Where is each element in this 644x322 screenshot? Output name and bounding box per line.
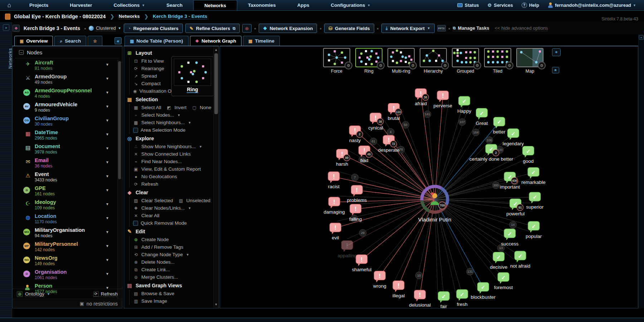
chevron-down-icon[interactable]: ▼ bbox=[106, 91, 109, 94]
sidebar-item-datetime[interactable]: ▦DateTime2965 nodes▼ bbox=[13, 130, 117, 143]
graph-node-appalling[interactable]: !appalling bbox=[337, 241, 357, 258]
user-menu[interactable]: fernandoh@sintelix.com@azuread▼ bbox=[543, 3, 640, 8]
ring-layout-preview[interactable]: Ring bbox=[171, 56, 214, 96]
section-clear[interactable]: ◆Clear bbox=[126, 190, 211, 195]
tab-node-table[interactable]: ▦ Node Table (Person) bbox=[125, 36, 189, 46]
graph-node-superior[interactable]: ✓superior bbox=[526, 192, 544, 210]
layout-option-hierarchy[interactable]: ⚙ bbox=[420, 48, 447, 67]
section-saved-graph-views[interactable]: ▤Saved Graph Views bbox=[126, 283, 211, 288]
create-link-item[interactable]: ⧉Create Link... bbox=[133, 266, 211, 273]
sidebar-item-ideology[interactable]: ☪Ideology109 nodes▼ bbox=[13, 199, 117, 213]
regenerate-clusters-button[interactable]: ◔ Regenerate Clusters bbox=[124, 24, 183, 33]
manage-tasks-link[interactable]: ⧉ Manage Tasks bbox=[453, 25, 489, 31]
select-nodes-item[interactable]: ▫Select Nodes...▼ bbox=[133, 111, 211, 119]
spread-item[interactable]: ↗Spread bbox=[133, 72, 171, 80]
no-geolocations-item[interactable]: ●No Geolocations bbox=[133, 173, 211, 180]
area-selection-mode-checkbox[interactable]: Area Selection Mode bbox=[133, 126, 211, 134]
graph-node-remarkable[interactable]: ✓remarkable bbox=[521, 167, 546, 185]
layout-option-grouped[interactable]: ⚙ bbox=[452, 48, 479, 67]
chevron-down-icon[interactable]: ▼ bbox=[106, 146, 109, 150]
breadcrumb-root[interactable]: Global Eye - Kerch Bridge - 08022024 bbox=[14, 14, 106, 19]
gear-icon[interactable]: ⚙ bbox=[409, 62, 417, 69]
chevron-down-icon[interactable]: ▼ bbox=[106, 160, 109, 164]
graph-node-wrong[interactable]: !wrong bbox=[373, 271, 386, 289]
network-graph-canvas[interactable]: 1415046178637252910107164106120390300141… bbox=[220, 46, 638, 308]
gear-icon[interactable]: ⚙ bbox=[377, 62, 385, 69]
clear-nodes-links-item[interactable]: ❖Clear Nodes/Links...▼ bbox=[133, 204, 211, 212]
help-menu[interactable]: ?Help bbox=[517, 3, 543, 8]
chevron-down-icon[interactable]: ▼ bbox=[106, 244, 109, 248]
network-export-button[interactable]: ⤓ Network Export ▼ bbox=[381, 24, 435, 33]
nav-item-networks[interactable]: Networks bbox=[193, 0, 237, 10]
checkbox-icon[interactable] bbox=[133, 221, 138, 226]
graph-node-decisive[interactable]: ✓decisive bbox=[490, 252, 507, 270]
sidebar-item-document[interactable]: ▤Document3978 nodes▼ bbox=[13, 143, 117, 157]
none-item[interactable]: ▢None bbox=[191, 104, 211, 111]
chevron-down-icon[interactable]: ▼ bbox=[106, 77, 109, 80]
graph-node-afraid[interactable]: !38afraid bbox=[415, 89, 429, 106]
nav-item-harvester[interactable]: Harvester bbox=[59, 0, 103, 10]
graph-node-perverse[interactable]: !perverse bbox=[433, 91, 452, 108]
graph-node-fair[interactable]: ✓fair bbox=[438, 292, 449, 308]
graph-node-foremost[interactable]: ✓foremost bbox=[494, 273, 513, 290]
browse-save-item[interactable]: ▤Browse & Save bbox=[133, 290, 211, 297]
checkbox-icon[interactable] bbox=[133, 128, 138, 133]
chevron-down-icon[interactable]: ▼ bbox=[106, 258, 109, 262]
gear-icon[interactable]: ⚙ bbox=[538, 62, 546, 69]
refresh-nodes-button[interactable]: ⟳ Refresh bbox=[93, 291, 118, 297]
graph-node-racist[interactable]: !racist bbox=[328, 172, 340, 189]
graph-node-great[interactable]: ✓Great bbox=[476, 108, 488, 126]
collapse-section-icon[interactable]: – bbox=[19, 50, 24, 55]
gear-icon[interactable]: ⚙ bbox=[441, 62, 449, 69]
change-node-type-item[interactable]: ⟲Change Node Type▼ bbox=[133, 251, 211, 258]
nav-item-collections[interactable]: Collections▼ bbox=[103, 0, 156, 10]
nav-item-configurations[interactable]: Configurations▼ bbox=[320, 0, 381, 10]
section-explore[interactable]: ◎Explore bbox=[126, 136, 211, 141]
graph-node-damaging[interactable]: !damaging bbox=[323, 197, 345, 215]
graph-node-not-afraid[interactable]: ✓not afraid bbox=[510, 251, 530, 269]
refresh-item[interactable]: ⟳Refresh bbox=[133, 180, 211, 188]
show-more-neighbours-item[interactable]: ∴Show More Neighbours...▼ bbox=[133, 143, 211, 150]
tool-panel-scrollbar[interactable]: ▲ ▼ bbox=[213, 46, 219, 308]
create-node-item[interactable]: ⊕Create Node bbox=[133, 236, 211, 243]
tab-timeline[interactable]: ▦ Timeline bbox=[243, 36, 280, 46]
sidebar-item-location[interactable]: ◍Location1170 nodes▼ bbox=[13, 213, 117, 227]
network-expansion-button[interactable]: ❖ Network Expansion bbox=[259, 24, 317, 33]
scrollbar-thumb[interactable] bbox=[118, 61, 121, 179]
sidebar-item-armouredvehicle[interactable]: AVArmouredVehicle9 nodes▼ bbox=[13, 102, 117, 116]
delete-nodes-item[interactable]: ⊗Delete Nodes... bbox=[133, 258, 211, 266]
nodes-panel-header[interactable]: – Nodes bbox=[15, 46, 119, 58]
graph-center-node-vladimir-putin[interactable]: 769Vladimir Putin bbox=[418, 186, 452, 223]
graph-node-blockbuster[interactable]: ✓blockbuster bbox=[471, 282, 496, 300]
nav-item-taxonomies[interactable]: Taxonomies bbox=[237, 0, 287, 10]
chevron-down-icon[interactable]: ▼ bbox=[106, 272, 109, 276]
breadcrumb-current[interactable]: Kerch Bridge 3 - Events bbox=[153, 14, 207, 19]
hide-advanced-options-link[interactable]: << hide advanced options bbox=[494, 25, 548, 31]
tab-favourites[interactable]: ☆ bbox=[88, 36, 102, 46]
graph-node-illegal[interactable]: !illegal bbox=[392, 281, 405, 298]
layout-option-tiled[interactable]: ⚙ bbox=[484, 48, 511, 67]
compact-item[interactable]: ↘Compact bbox=[133, 80, 171, 87]
find-near-nodes-item[interactable]: ⌁Find Near Nodes... bbox=[133, 158, 211, 165]
nav-item-projects[interactable]: Projects bbox=[19, 0, 59, 10]
sidebar-item-armedgroup[interactable]: ⚔ArmedGroup49 nodes▼ bbox=[13, 74, 117, 88]
graph-node-failing[interactable]: !failing bbox=[349, 204, 362, 222]
collapse-layout-strip-icon[interactable]: « bbox=[552, 67, 559, 73]
section-selection[interactable]: ▦Selection bbox=[126, 97, 211, 102]
sidebar-scrollbar[interactable] bbox=[117, 60, 121, 299]
gear-icon[interactable]: ⚙ bbox=[345, 62, 352, 69]
refine-clusters-button[interactable]: ✎ Refine Clusters ⧉ bbox=[185, 24, 240, 33]
view-edit-custom-report-item[interactable]: ▣View, Edit & Custom Report bbox=[133, 165, 211, 173]
nav-item-search[interactable]: Search bbox=[156, 0, 193, 10]
home-icon[interactable]: ⌂ bbox=[0, 0, 19, 10]
chevron-down-icon[interactable]: ▼ bbox=[106, 132, 109, 136]
ontology-dropdown[interactable]: ⊛ Ontology ▼ bbox=[17, 291, 50, 297]
tab-network-graph[interactable]: ❖ Network Graph bbox=[190, 36, 242, 46]
pptx-export-icon[interactable]: PPTX bbox=[437, 25, 446, 31]
graph-node-evil[interactable]: !evil bbox=[330, 223, 341, 240]
graph-node-desperate[interactable]: !72desperate bbox=[378, 135, 400, 153]
show-connected-links-item[interactable]: ✕Show Connected Links bbox=[133, 150, 211, 158]
chevron-down-icon[interactable]: ▼ bbox=[106, 63, 109, 67]
fit-to-view-item[interactable]: ⊡Fit to View bbox=[133, 57, 171, 65]
graph-node-harsh[interactable]: !99harsh bbox=[336, 149, 350, 167]
